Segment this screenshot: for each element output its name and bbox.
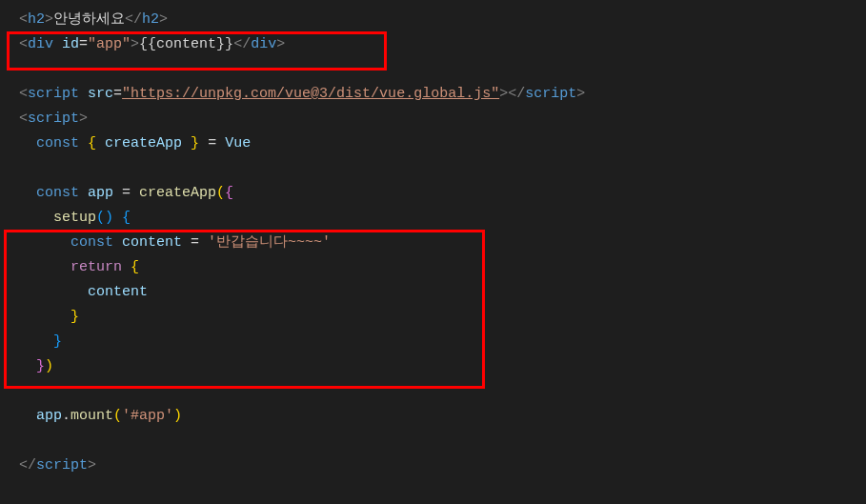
code-line: content — [0, 280, 866, 305]
code-line: } — [0, 330, 866, 354]
code-line: const { createApp } = Vue — [0, 131, 866, 156]
code-line: } — [0, 305, 866, 330]
code-line: <h2>안녕하세요</h2> — [0, 8, 866, 32]
code-line: const content = '반갑습니다~~~~' — [0, 231, 866, 255]
code-line — [0, 57, 866, 82]
code-line — [0, 379, 866, 404]
code-line — [0, 429, 866, 454]
code-editor[interactable]: <h2>안녕하세요</h2> <div id="app">{{content}}… — [0, 8, 866, 478]
code-line: <script src="https://unpkg.com/vue@3/dis… — [0, 82, 866, 107]
code-line: <div id="app">{{content}}</div> — [0, 32, 866, 57]
code-line: }) — [0, 354, 866, 379]
code-line: </script> — [0, 454, 866, 478]
code-line: const app = createApp({ — [0, 181, 866, 206]
code-line: setup() { — [0, 206, 866, 231]
code-line: return { — [0, 255, 866, 280]
code-line: <script> — [0, 107, 866, 131]
code-line — [0, 156, 866, 181]
code-line: app.mount('#app') — [0, 404, 866, 429]
